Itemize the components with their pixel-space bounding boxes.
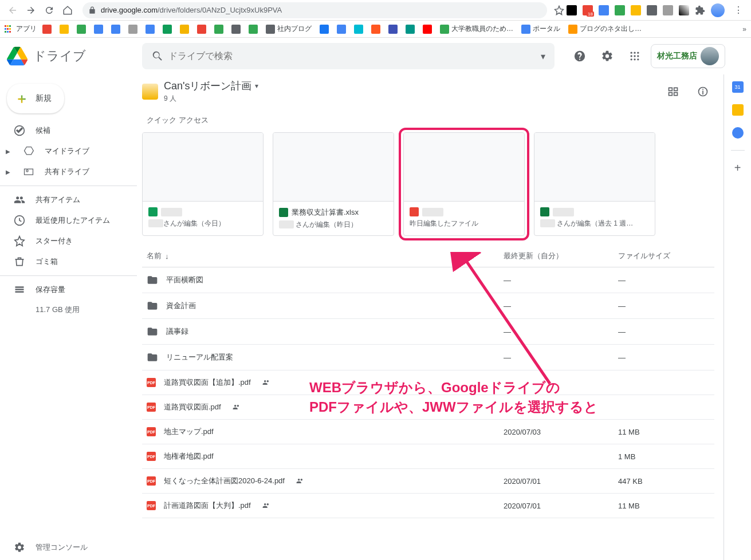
excel-icon — [279, 208, 288, 217]
bookmark-item[interactable] — [369, 23, 383, 35]
profile-avatar[interactable] — [711, 3, 725, 17]
nav-mydrive[interactable]: ▶ マイドライブ — [0, 141, 137, 161]
nav-storage[interactable]: 保存容量 — [0, 279, 137, 300]
pdf-icon: PDF — [147, 476, 156, 486]
bookmarks-overflow-icon[interactable]: » — [742, 25, 746, 33]
bookmark-item[interactable] — [109, 23, 123, 35]
bookmark-item[interactable] — [386, 23, 400, 35]
apps-icon[interactable] — [5, 25, 13, 33]
quick-access-row: ████ ███さんが編集（今日） 業務収支計算書.xlsx ███ さんが編集… — [142, 132, 714, 236]
home-button[interactable] — [60, 2, 76, 18]
file-row[interactable]: PDF 短くなった全体計画図2020-6-24.pdf 2020/07/01 4… — [142, 469, 714, 494]
extension-icons: 18 ⋮ — [567, 3, 746, 17]
address-bar[interactable]: drive.google.com/drive/folders/0ANzD_Ucj… — [82, 2, 547, 18]
nav-candidate[interactable]: 候補 — [0, 120, 137, 141]
bookmark-item[interactable] — [160, 23, 174, 35]
ext-icon[interactable] — [663, 5, 673, 15]
bookmark-item[interactable] — [143, 23, 157, 35]
bookmark-item[interactable] — [126, 23, 140, 35]
new-button[interactable]: ＋ 新規 — [7, 84, 64, 113]
apps-grid-button[interactable] — [623, 45, 646, 68]
bookmark-item[interactable]: ブログのネタ出し… — [566, 23, 644, 35]
col-date-header[interactable]: 最終更新（自分） — [504, 251, 618, 261]
file-row[interactable]: 資金計画 — — — [142, 293, 714, 319]
bookmarks-apps-label[interactable]: アプリ — [16, 24, 37, 34]
help-button[interactable] — [568, 45, 591, 68]
file-row[interactable]: 平面横断図 — — — [142, 267, 714, 293]
gear-icon — [14, 542, 25, 553]
nav-trash[interactable]: ゴミ箱 — [0, 251, 137, 272]
bookmark-item[interactable] — [57, 23, 71, 35]
quick-access-card[interactable]: 業務収支計算書.xlsx ███ さんが編集（昨日） — [273, 132, 394, 236]
col-size-header[interactable]: ファイルサイズ — [618, 251, 710, 261]
back-button[interactable] — [5, 2, 21, 18]
ext-icon[interactable] — [615, 5, 625, 15]
bookmark-item[interactable] — [403, 23, 417, 35]
search-input[interactable] — [168, 51, 536, 61]
bookmark-item[interactable] — [195, 23, 209, 35]
search-box[interactable]: ▾ — [142, 43, 555, 69]
file-row[interactable]: リニューアル配置案 — — — [142, 345, 714, 370]
file-row[interactable]: PDF 計画道路図面【大判】.pdf 2020/07/01 11 MB — [142, 494, 714, 518]
bookmark-item[interactable] — [212, 23, 226, 35]
nav-shared[interactable]: 共有アイテム — [0, 190, 137, 210]
ext-icon[interactable]: 18 — [583, 5, 593, 15]
bookmark-item[interactable] — [92, 23, 105, 35]
bookmark-item[interactable] — [178, 23, 191, 35]
bookmark-item[interactable]: ポータル — [519, 23, 563, 35]
file-row[interactable]: PDF 地権者地図.pdf 1 MB — [142, 444, 714, 469]
ext-icon[interactable] — [631, 5, 641, 15]
drive-logo[interactable]: ドライブ — [7, 46, 137, 66]
nav-shareddrives[interactable]: ▶ 共有ドライブ — [0, 161, 137, 182]
quick-access-card[interactable]: ████ ███ さんが編集（過去 1 週… — [534, 132, 655, 236]
star-icon[interactable] — [554, 5, 564, 15]
forward-button[interactable] — [23, 2, 39, 18]
ext-icon[interactable] — [599, 5, 609, 15]
tasks-icon[interactable] — [732, 127, 744, 139]
bookmark-item[interactable] — [40, 23, 54, 35]
bookmark-item[interactable] — [229, 23, 243, 35]
search-options-icon[interactable]: ▾ — [536, 46, 550, 66]
org-badge[interactable]: 材光工務店 — [651, 44, 725, 68]
chrome-menu-icon[interactable]: ⋮ — [730, 5, 746, 15]
file-size: 1 MB — [618, 452, 710, 461]
bookmark-item[interactable] — [352, 23, 365, 35]
search-icon[interactable] — [147, 45, 168, 67]
bookmark-item[interactable]: 社内ブログ — [264, 23, 314, 35]
quick-access-card[interactable]: ████ ███さんが編集（今日） — [142, 132, 264, 236]
bookmark-item[interactable] — [335, 23, 348, 35]
file-name: 計画道路図面【大判】.pdf — [164, 500, 251, 511]
nav-recent[interactable]: 最近使用したアイテム — [0, 210, 137, 231]
settings-button[interactable] — [596, 45, 619, 68]
bookmark-item[interactable] — [74, 23, 88, 35]
keep-icon[interactable] — [732, 104, 744, 116]
bookmark-item[interactable] — [246, 23, 260, 35]
bookmark-favicon — [163, 25, 172, 34]
star-icon — [14, 235, 25, 247]
svg-point-8 — [637, 58, 639, 60]
quick-access-card[interactable]: ████ 昨日編集したファイル — [403, 132, 525, 236]
info-button[interactable] — [691, 80, 714, 103]
bookmark-item[interactable] — [420, 23, 434, 35]
col-name-header[interactable]: 名前 ↓ — [147, 251, 504, 261]
add-panel-icon[interactable]: + — [732, 162, 744, 173]
file-row[interactable]: PDF 地主マップ.pdf 2020/07/03 11 MB — [142, 420, 714, 444]
ext-icon[interactable] — [647, 5, 657, 15]
extensions-puzzle-icon[interactable] — [695, 5, 705, 15]
bookmark-item[interactable] — [317, 23, 331, 35]
folder-title[interactable]: Can'sリボーン計画 ▾ — [164, 79, 258, 93]
calendar-icon[interactable]: 31 — [732, 81, 744, 93]
file-row[interactable]: PDF 道路買収図面【追加】.pdf — [142, 370, 714, 395]
file-name: 道路買収図面.pdf — [164, 402, 221, 412]
ext-icon[interactable] — [567, 5, 577, 15]
storage-used-text: 11.7 GB 使用 — [0, 300, 137, 320]
ext-icon[interactable] — [679, 5, 689, 15]
bookmark-item[interactable]: 大学教職員のため… — [438, 23, 516, 35]
file-row[interactable]: PDF 道路買収図面.pdf — [142, 395, 714, 420]
user-avatar[interactable] — [701, 47, 719, 65]
view-grid-button[interactable] — [662, 80, 685, 103]
reload-button[interactable] — [41, 2, 57, 18]
admin-console-link[interactable]: 管理コンソール — [14, 542, 88, 553]
file-row[interactable]: 議事録 — — — [142, 319, 714, 345]
nav-starred[interactable]: スター付き — [0, 231, 137, 251]
